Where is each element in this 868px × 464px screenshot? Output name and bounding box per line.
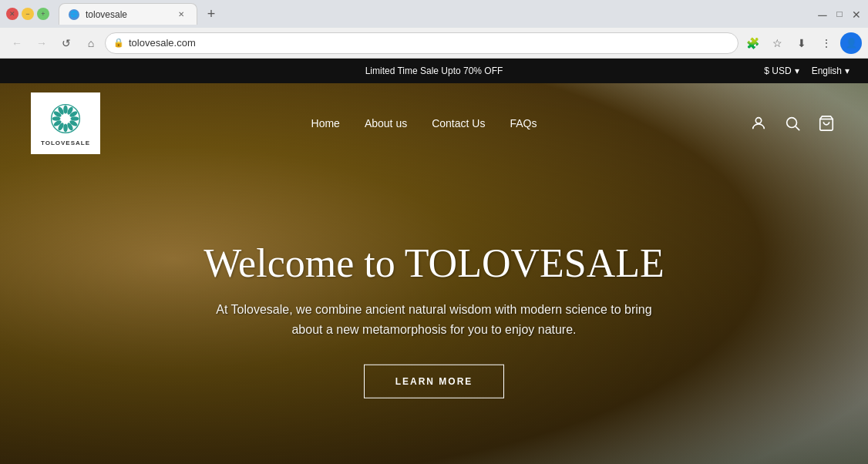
url-text: tolovesale.com xyxy=(129,37,196,49)
address-bar[interactable]: 🔒 tolovesale.com xyxy=(105,32,738,54)
nav-action-icons xyxy=(748,113,837,134)
bookmark-button[interactable]: ☆ xyxy=(766,32,788,54)
close-window-button[interactable]: ✕ xyxy=(6,8,19,20)
main-navigation: TOLOVESALE Home About us Contact Us FAQs xyxy=(0,83,868,163)
utility-selectors: $ USD ▾ English ▾ xyxy=(764,66,849,76)
minimize-window-button[interactable]: − xyxy=(22,8,34,20)
tabs-row: 🌐 tolovesale ✕ + xyxy=(59,0,805,28)
home-button[interactable]: ⌂ xyxy=(80,32,102,54)
toolbar: ← → ↺ ⌂ 🔒 tolovesale.com 🧩 ☆ ⬇ ⋮ 👤 xyxy=(0,28,868,59)
maximize-window-button[interactable]: + xyxy=(37,8,49,20)
window-action-buttons: ─ □ ✕ xyxy=(817,8,862,19)
nav-link-faqs[interactable]: FAQs xyxy=(510,117,537,129)
window-close-btn[interactable]: ✕ xyxy=(851,8,862,19)
language-text: English xyxy=(812,66,842,76)
profile-button[interactable]: 👤 xyxy=(840,32,862,54)
logo-icon xyxy=(48,101,83,136)
hero-content: Welcome to TOLOVESALE At Tolovesale, we … xyxy=(164,240,704,398)
svg-point-13 xyxy=(755,118,761,123)
toolbar-actions: 🧩 ☆ ⬇ ⋮ 👤 xyxy=(742,32,862,54)
currency-selector[interactable]: $ USD ▾ xyxy=(764,66,799,76)
svg-point-7 xyxy=(63,123,68,132)
settings-button[interactable]: ⋮ xyxy=(816,32,837,54)
website-content: Limited Time Sale Upto 70% OFF $ USD ▾ E… xyxy=(0,59,868,464)
window-restore-btn[interactable]: □ xyxy=(834,8,845,19)
account-icon[interactable] xyxy=(748,113,769,134)
currency-chevron-icon: ▾ xyxy=(795,66,799,76)
utility-bar: Limited Time Sale Upto 70% OFF $ USD ▾ E… xyxy=(0,59,868,83)
logo-brand-text: TOLOVESALE xyxy=(41,140,90,146)
sale-announcement: Limited Time Sale Upto 70% OFF xyxy=(365,66,503,76)
hero-subtitle: At Tolovesale, we combine ancient natura… xyxy=(210,300,658,339)
forward-button[interactable]: → xyxy=(31,32,52,54)
currency-text: $ USD xyxy=(764,66,791,76)
lock-icon: 🔒 xyxy=(113,38,124,48)
svg-point-1 xyxy=(63,105,68,113)
nav-link-contact[interactable]: Contact Us xyxy=(432,117,485,129)
learn-more-label: LEARN MORE xyxy=(395,375,473,386)
window-controls: ✕ − + xyxy=(6,8,49,20)
cart-icon[interactable] xyxy=(816,113,837,134)
svg-line-15 xyxy=(796,126,799,130)
svg-point-14 xyxy=(787,118,797,128)
window-minimize-btn[interactable]: ─ xyxy=(817,8,828,19)
nav-link-home[interactable]: Home xyxy=(311,117,340,129)
hero-title: Welcome to TOLOVESALE xyxy=(164,240,704,287)
language-selector[interactable]: English ▾ xyxy=(812,66,849,76)
tab-close-button[interactable]: ✕ xyxy=(175,8,187,21)
downloads-button[interactable]: ⬇ xyxy=(791,32,812,54)
tab-favicon: 🌐 xyxy=(69,9,79,20)
search-icon[interactable] xyxy=(782,113,803,134)
svg-point-10 xyxy=(52,116,61,121)
hero-section: TOLOVESALE Home About us Contact Us FAQs xyxy=(0,83,868,464)
extensions-button[interactable]: 🧩 xyxy=(742,32,763,54)
tab-title: tolovesale xyxy=(86,9,169,20)
svg-point-4 xyxy=(70,116,79,121)
nav-link-about[interactable]: About us xyxy=(365,117,407,129)
learn-more-button[interactable]: LEARN MORE xyxy=(364,364,505,398)
language-chevron-icon: ▾ xyxy=(845,66,849,76)
title-bar: ✕ − + 🌐 tolovesale ✕ + ─ □ ✕ xyxy=(0,0,868,28)
logo-container[interactable]: TOLOVESALE xyxy=(31,92,100,154)
back-button[interactable]: ← xyxy=(6,32,28,54)
new-tab-button[interactable]: + xyxy=(200,3,222,25)
nav-links: Home About us Contact Us FAQs xyxy=(311,117,537,129)
refresh-button[interactable]: ↺ xyxy=(56,32,77,54)
active-tab[interactable]: 🌐 tolovesale ✕ xyxy=(59,3,197,25)
browser-window: ✕ − + 🌐 tolovesale ✕ + ─ □ ✕ ← → ↺ ⌂ 🔒 t… xyxy=(0,0,868,59)
sale-text: Limited Time Sale Upto 70% OFF xyxy=(365,66,503,76)
